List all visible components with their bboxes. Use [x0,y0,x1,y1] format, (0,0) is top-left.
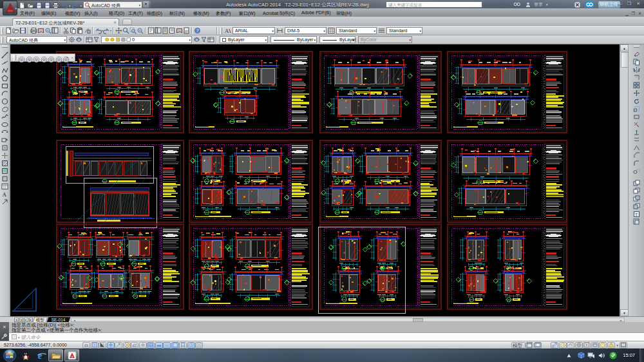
svg-text:A: A [225,28,229,34]
svg-text:?: ? [196,28,198,33]
svg-text:e: e [37,350,41,360]
svg-text:A: A [562,343,565,347]
svg-text:模型: 模型 [513,343,523,348]
svg-text:0: 0 [132,37,135,43]
